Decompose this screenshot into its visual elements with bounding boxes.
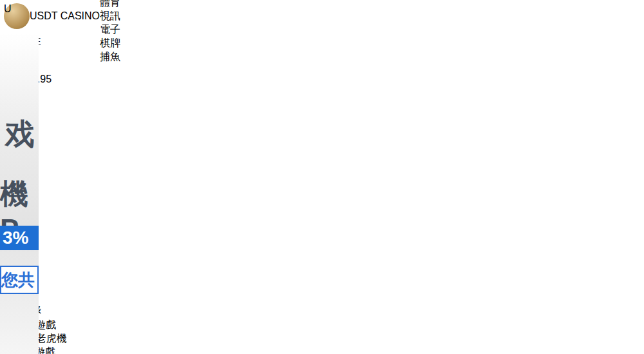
bet-status-sign: 停止下注 開牌中 xyxy=(0,35,644,62)
modal-title: 下注記錄 xyxy=(0,304,644,317)
modal-menu: 視訊遊戲 777 電子老虎機 桌面遊戲 積分查詢 額度記錄 xyxy=(0,317,644,354)
promo-text-fragment: 戏 xyxy=(5,115,35,155)
page-content: AG ASIA GAMING 停止下注 開牌中 2 2 2 277,782.95… xyxy=(0,23,644,354)
stop-betting-label: 停止下注 xyxy=(0,35,644,48)
sidebar-item-europe[interactable]: 歐洲 xyxy=(0,236,644,250)
sidebar-item-slots[interactable]: 電子 xyxy=(0,277,644,290)
nav-item-slots[interactable]: 電子 xyxy=(100,23,120,37)
ag-user-panel: gbad 0.65 存款 視 卡卡 旗艦 歐洲 競 多 電子 捕魚 xyxy=(0,162,644,304)
site-logo[interactable]: U USDT CASINO xyxy=(4,3,100,29)
sidebar-item-flagship[interactable]: 旗艦 xyxy=(0,222,644,236)
deposit-row[interactable]: 存款 xyxy=(0,185,644,196)
sidebar-item-duo[interactable]: 多 xyxy=(0,263,644,277)
bet-records-modal: 下注記錄 視訊遊戲 777 電子老虎機 桌面遊戲 積分查詢 xyxy=(0,304,644,354)
sidebar-item-kaka[interactable]: 卡卡 xyxy=(0,209,644,222)
background-promo: 戏 機P 3% 您共 xyxy=(0,32,39,354)
username-row: gbad xyxy=(0,162,644,173)
nav-item-board-games[interactable]: 棋牌 xyxy=(100,37,120,50)
dealing-status-label: 開牌中 xyxy=(0,48,644,62)
menu-item-slot-machines[interactable]: 777 電子老虎機 xyxy=(0,332,644,346)
dealt-cards: 2 2 2 xyxy=(0,62,644,74)
site-logo-icon: U xyxy=(4,3,30,29)
site-nav-items: 首頁 彩票 體育 視訊 電子 棋牌 捕魚 xyxy=(100,0,120,64)
promo-text-box: 您共 xyxy=(0,266,39,294)
pot-amount: 277,782.95 xyxy=(0,74,644,85)
sidebar-item-fishing[interactable]: 捕魚 xyxy=(0,290,644,304)
game-video-area: AG ASIA GAMING 停止下注 開牌中 2 2 2 277,782.95… xyxy=(0,23,644,162)
nav-item-live-casino[interactable]: 視訊 xyxy=(100,10,120,23)
video-games-row[interactable]: 視 xyxy=(0,196,644,209)
nav-item-fishing[interactable]: 捕魚 xyxy=(100,50,120,64)
site-top-nav: U USDT CASINO 首頁 彩票 體育 視訊 電子 棋牌 捕魚 xyxy=(0,0,644,32)
promo-percent-banner: 3% xyxy=(0,226,39,250)
browser-window: AG Asia Gaming - Google Chrome gci.2hhap… xyxy=(0,0,644,354)
balance-row: 0.65 xyxy=(0,173,644,185)
right-rail-menu[interactable]: 用 賬 桌 xyxy=(0,121,644,162)
nav-item-sports[interactable]: 體育 xyxy=(100,0,120,10)
table-list-numbers: 1 2 xyxy=(0,98,644,121)
site-logo-text: USDT CASINO xyxy=(30,10,100,22)
sidebar-item-jing[interactable]: 競 xyxy=(0,250,644,263)
menu-item-video-games[interactable]: 視訊遊戲 xyxy=(0,317,644,332)
menu-item-table-games[interactable]: 桌面遊戲 xyxy=(0,346,644,354)
